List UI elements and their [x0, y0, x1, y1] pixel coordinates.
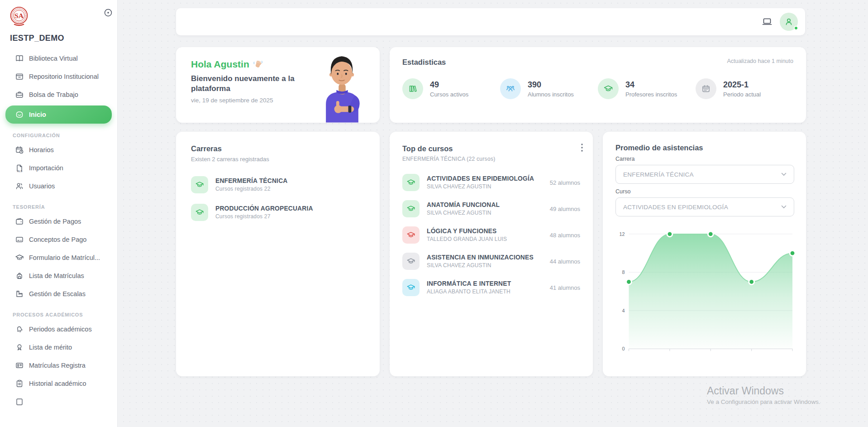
backpack-icon [15, 271, 24, 280]
career-info: Cursos registrados 27 [215, 213, 367, 220]
curso-select[interactable]: ACTIVIDADES EN EPIDEMIOLOGÍA [615, 197, 794, 216]
sidebar-section-tesoreria: TESORERÍA [13, 204, 112, 210]
stat-label: Alumnos inscritos [528, 91, 574, 98]
course-list-item[interactable]: LÓGICA Y FUNCIONES TALLEDO GRANDA JUAN L… [402, 226, 580, 244]
sidebar-item-formulario-de-matricula[interactable]: Formulario de Matrícul... [5, 249, 112, 267]
stat-profesores-inscritos: 34 Profesores inscritos [598, 78, 696, 99]
curso-select-value: ACTIVIDADES EN EPIDEMIOLOGÍA [623, 204, 728, 211]
kebab-menu-icon[interactable] [581, 144, 583, 152]
course-students: 49 alumnos [550, 206, 580, 212]
course-name: ASISTENCIA EN INMUNIZACIONES [427, 254, 543, 261]
sidebar-item-label: Gestión de Escalas [29, 290, 86, 297]
svg-text:SA: SA [14, 12, 24, 19]
sidebar-item-matriculas-registra[interactable]: Matrículas Registra [5, 356, 112, 374]
top-courses-card: Top de cursos ENFERMERÍA TÉCNICA (22 cur… [390, 132, 593, 376]
course-teacher: SILVA CHAVEZ AGUSTIN [427, 183, 543, 190]
course-list-item[interactable]: ANATOMÍA FUNCIONAL SILVA CHAVEZ AGUSTIN … [402, 200, 580, 217]
sidebar-item-label: Biblioteca Virtual [29, 55, 78, 62]
main-content: Hola Agustin Bienven [118, 0, 868, 427]
user-avatar[interactable] [780, 13, 798, 31]
xls-file-icon: XLS [15, 163, 24, 173]
career-list-item[interactable]: PRODUCCIÓN AGROPECUARIA Cursos registrad… [191, 204, 367, 221]
id-card-icon [15, 361, 24, 370]
sidebar-section-configuracion: CONFIGURACIÓN [13, 133, 112, 138]
bell-icon [15, 325, 24, 334]
sidebar-item-inicio[interactable]: Inicio [5, 106, 112, 124]
stats-card: Estadisticas Actualizado hace 1 minuto 4… [390, 47, 806, 123]
document-icon [15, 397, 24, 406]
graduation-cap-icon [402, 200, 420, 217]
stat-periodo-actual: 2025-1 Periodo actual [696, 78, 793, 99]
institution-logo: SA [9, 5, 117, 28]
credit-card-icon [15, 235, 24, 244]
sidebar-item-usuarios[interactable]: Usuarios [5, 177, 112, 195]
carrera-select[interactable]: ENFERMERÍA TÉCNICA [615, 165, 794, 184]
course-teacher: SILVA CHAVEZ AGUSTIN [427, 262, 543, 269]
sidebar-item-gestion-de-escalas[interactable]: Gestión de Escalas [5, 285, 112, 303]
graduation-cap-icon [402, 253, 420, 270]
course-name: INFORMÁTICA E INTERNET [427, 280, 543, 287]
top-courses-subtitle: ENFERMERÍA TÉCNICA (22 cursos) [402, 156, 580, 162]
sidebar-item-partial[interactable] [5, 393, 112, 411]
sidebar-item-importacion[interactable]: XLS Importación [5, 159, 112, 177]
sidebar-item-periodos-academicos[interactable]: Periodos académicos [5, 320, 112, 338]
course-teacher: SILVA CHAVEZ AGUSTIN [427, 210, 543, 216]
sidebar-collapse-toggle-icon[interactable] [104, 8, 113, 17]
graduation-cap-icon [598, 78, 619, 99]
career-list-item[interactable]: ENFERMERÍA TÉCNICA Cursos registrados 22 [191, 176, 367, 193]
stat-value: 2025-1 [723, 80, 761, 90]
stat-value: 390 [528, 80, 574, 90]
home-icon [15, 110, 24, 119]
book-icon [15, 54, 24, 63]
chevron-down-icon [781, 173, 787, 176]
top-courses-title: Top de cursos [402, 144, 580, 153]
sidebar: SA IESTP_DEMO Biblioteca Virtual Reposit… [0, 0, 118, 427]
ruler-icon [15, 289, 24, 298]
graduation-cap-icon [191, 204, 208, 221]
stat-cursos-activos: 49 Cursos activos [402, 78, 500, 99]
careers-card: Carreras Existen 2 carreras registradas … [176, 132, 380, 376]
archive-icon [15, 72, 24, 81]
welcome-avatar-illustration [314, 52, 371, 123]
sidebar-item-repositorio-institucional[interactable]: Repositorio Institucional [5, 67, 112, 86]
curso-label: Curso [615, 188, 794, 195]
sidebar-item-label: Lista de Matrículas [29, 272, 84, 279]
clipboard-icon [15, 379, 24, 388]
sidebar-item-horarios[interactable]: Horarios [5, 141, 112, 159]
stat-label: Periodo actual [723, 91, 761, 98]
sidebar-item-label: Conceptos de Pago [29, 236, 86, 243]
laptop-icon[interactable] [762, 16, 773, 27]
sidebar-item-historial-academico[interactable]: Historial académico [5, 374, 112, 393]
sidebar-item-bolsa-de-trabajo[interactable]: Bolsa de Trabajo [5, 86, 112, 104]
sidebar-item-conceptos-de-pago[interactable]: Conceptos de Pago [5, 230, 112, 249]
stats-title: Estadisticas [402, 58, 446, 67]
stat-value: 49 [430, 80, 468, 90]
course-list-item[interactable]: ACTIVIDADES EN EPIDEMIOLOGÍA SILVA CHAVE… [402, 174, 580, 191]
graduation-cap-icon [15, 253, 24, 262]
sidebar-section-procesos-academicos: PROCESOS ACADÉMICOS [13, 312, 112, 317]
greeting-text: Hola Agustin [191, 59, 249, 70]
welcome-card: Hola Agustin Bienven [176, 47, 380, 123]
sidebar-title: IESTP_DEMO [10, 34, 117, 43]
sidebar-item-lista-de-merito[interactable]: Lista de mérito [5, 338, 112, 356]
course-list-item[interactable]: INFORMÁTICA E INTERNET ALIAGA ABANTO ELI… [402, 279, 580, 296]
stats-updated: Actualizado hace 1 minuto [727, 58, 793, 64]
carrera-label: Carrera [615, 156, 794, 162]
course-name: ANATOMÍA FUNCIONAL [427, 202, 543, 208]
sidebar-item-label: Importación [29, 164, 63, 172]
wallet-icon [15, 217, 24, 226]
sidebar-item-lista-de-matriculas[interactable]: Lista de Matrículas [5, 267, 112, 285]
sidebar-item-label: Bolsa de Trabajo [29, 91, 78, 98]
course-name: LÓGICA Y FUNCIONES [427, 228, 543, 235]
medal-icon [15, 343, 24, 352]
graduation-cap-icon [191, 176, 208, 193]
sidebar-item-biblioteca-virtual[interactable]: Biblioteca Virtual [5, 49, 112, 67]
careers-title: Carreras [191, 144, 367, 153]
attendance-chart: 04812 [615, 227, 793, 361]
sidebar-item-label: Historial académico [29, 380, 86, 387]
svg-text:12: 12 [620, 231, 625, 237]
sidebar-item-gestion-de-pagos[interactable]: Gestión de Pagos [5, 212, 112, 230]
graduation-cap-icon [402, 226, 420, 244]
careers-subtitle: Existen 2 carreras registradas [191, 156, 367, 163]
course-list-item[interactable]: ASISTENCIA EN INMUNIZACIONES SILVA CHAVE… [402, 253, 580, 270]
